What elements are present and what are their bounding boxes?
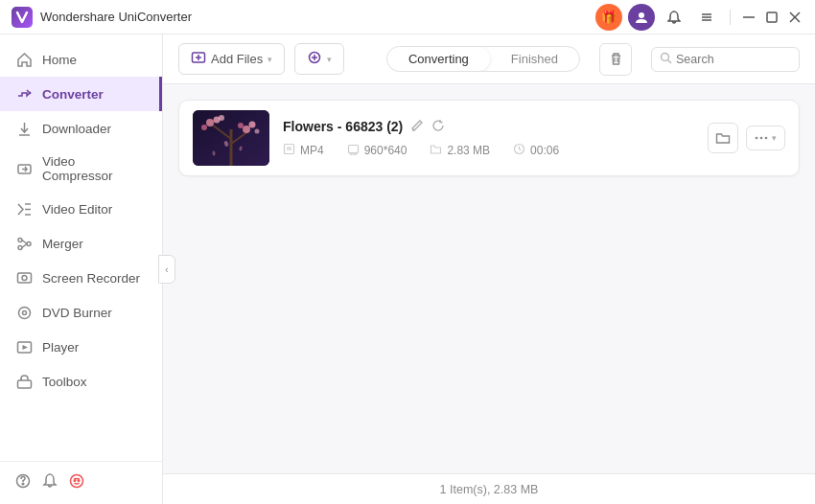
- search-icon: [660, 52, 672, 67]
- file-resolution: 960*640: [364, 144, 408, 157]
- svg-point-16: [18, 245, 22, 249]
- notification-button[interactable]: [661, 4, 687, 31]
- sidebar-item-screen-recorder[interactable]: Screen Recorder: [0, 261, 162, 295]
- svg-point-21: [22, 275, 27, 280]
- svg-point-32: [78, 480, 80, 482]
- home-icon: [15, 51, 33, 68]
- sidebar-item-dvd-burner[interactable]: DVD Burner: [0, 295, 162, 330]
- svg-point-41: [662, 53, 669, 60]
- more-chevron: ▾: [772, 133, 777, 143]
- format-icon: [283, 143, 295, 158]
- add-files-button[interactable]: Add Files ▾: [178, 43, 285, 75]
- home-label: Home: [42, 53, 77, 67]
- sidebar-item-video-compressor[interactable]: Video Compressor: [0, 146, 162, 192]
- sidebar: Home Converter: [0, 34, 163, 504]
- converting-tab[interactable]: Converting: [387, 47, 490, 71]
- merger-label: Merger: [42, 237, 83, 251]
- app-logo: [12, 7, 33, 28]
- gift-button[interactable]: 🎁: [595, 4, 622, 31]
- sidebar-item-downloader[interactable]: Downloader: [0, 111, 162, 146]
- file-meta: MP4 960*640: [283, 143, 694, 158]
- svg-rect-5: [767, 12, 777, 22]
- help-icon[interactable]: [15, 473, 31, 493]
- svg-point-54: [255, 129, 260, 134]
- video-editor-label: Video Editor: [42, 202, 112, 217]
- svg-point-68: [760, 137, 763, 140]
- sidebar-item-toolbox[interactable]: Toolbox: [0, 364, 162, 399]
- sidebar-item-video-editor[interactable]: Video Editor: [0, 192, 162, 226]
- edit-file-icon[interactable]: [410, 119, 424, 135]
- svg-point-50: [243, 126, 250, 133]
- search-input[interactable]: [676, 53, 791, 66]
- status-text: 1 Item(s), 2.83 MB: [440, 483, 539, 496]
- more-options-button[interactable]: ▾: [746, 126, 785, 150]
- sidebar-item-player[interactable]: Player: [0, 330, 162, 364]
- svg-line-42: [668, 59, 672, 63]
- refresh-icon[interactable]: [431, 119, 445, 135]
- svg-point-69: [765, 137, 768, 140]
- finished-tab[interactable]: Finished: [490, 47, 579, 71]
- sidebar-item-merger[interactable]: Merger: [0, 226, 162, 261]
- file-name: Flowers - 66823 (2): [283, 119, 403, 134]
- svg-rect-26: [17, 380, 31, 388]
- user-avatar-button[interactable]: [628, 4, 655, 31]
- svg-point-22: [18, 307, 30, 318]
- notification-bell-icon[interactable]: [42, 473, 58, 493]
- add-files-icon: [191, 50, 206, 68]
- merger-icon: [15, 235, 33, 252]
- sidebar-bottom: [0, 461, 162, 504]
- svg-point-29: [22, 483, 24, 485]
- svg-rect-20: [17, 273, 31, 283]
- svg-line-18: [22, 240, 27, 243]
- add-files-label: Add Files: [211, 52, 263, 66]
- add-url-chevron: ▾: [327, 55, 332, 64]
- close-button[interactable]: [786, 9, 803, 26]
- file-list: Flowers - 66823 (2): [163, 84, 815, 473]
- delete-button[interactable]: [599, 43, 632, 76]
- status-bar: 1 Item(s), 2.83 MB: [163, 473, 815, 504]
- converter-label: Converter: [42, 87, 104, 102]
- svg-point-31: [74, 480, 76, 482]
- collapse-sidebar-button[interactable]: ‹: [158, 255, 175, 284]
- toolbox-icon: [15, 373, 33, 390]
- title-bar-left: Wondershare UniConverter: [12, 7, 192, 28]
- toolbar: Add Files ▾ ▾ Converting Finished: [163, 34, 815, 84]
- downloader-label: Downloader: [42, 122, 111, 136]
- content-area: Add Files ▾ ▾ Converting Finished: [163, 34, 815, 504]
- svg-point-47: [206, 119, 214, 126]
- video-compressor-label: Video Compressor: [42, 154, 147, 183]
- player-icon: [15, 338, 33, 355]
- file-thumbnail: [193, 110, 269, 166]
- sidebar-item-home[interactable]: Home: [0, 42, 162, 77]
- svg-point-0: [639, 12, 644, 18]
- svg-marker-25: [22, 345, 28, 350]
- sidebar-nav: Home Converter: [0, 34, 162, 461]
- svg-point-49: [201, 125, 207, 130]
- minimize-button[interactable]: [740, 9, 757, 26]
- sidebar-item-converter[interactable]: Converter: [0, 77, 162, 111]
- svg-point-23: [22, 310, 26, 314]
- app-title: Wondershare UniConverter: [40, 10, 192, 24]
- video-editor-icon: [15, 200, 33, 218]
- clock-icon: [513, 143, 525, 158]
- file-info: Flowers - 66823 (2): [283, 119, 694, 158]
- size-meta: 2.83 MB: [430, 143, 490, 158]
- menu-button[interactable]: [693, 4, 720, 31]
- dvd-burner-label: DVD Burner: [42, 306, 112, 320]
- file-card: Flowers - 66823 (2): [178, 100, 800, 176]
- feedback-icon[interactable]: [69, 473, 84, 493]
- svg-point-17: [27, 241, 31, 245]
- dvd-burner-icon: [15, 304, 33, 321]
- svg-point-51: [249, 122, 256, 128]
- screen-recorder-icon: [15, 269, 33, 286]
- add-files-chevron: ▾: [268, 55, 272, 64]
- toolbox-label: Toolbox: [42, 375, 87, 389]
- format-meta: MP4: [283, 143, 324, 158]
- file-actions-right: ▾: [708, 123, 785, 153]
- add-url-button[interactable]: ▾: [294, 43, 344, 75]
- conversion-tab-group: Converting Finished: [386, 46, 580, 72]
- open-folder-button[interactable]: [708, 123, 738, 153]
- svg-point-52: [238, 123, 244, 128]
- downloader-icon: [15, 120, 33, 137]
- maximize-button[interactable]: [763, 9, 780, 26]
